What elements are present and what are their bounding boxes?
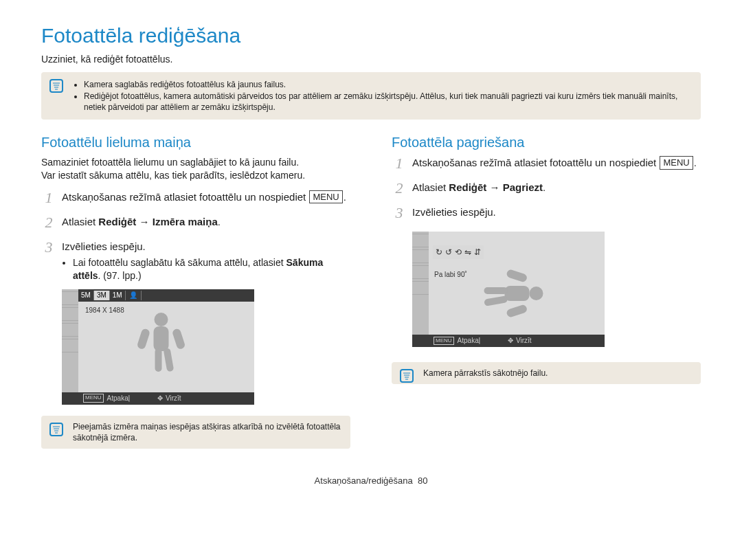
rotate-180-icon: ⟲ <box>455 247 462 258</box>
dimensions-label: 1984 X 1488 <box>85 306 124 315</box>
svg-rect-9 <box>506 304 528 318</box>
step-number: 1 <box>41 190 56 205</box>
person-chip-icon: 👤 <box>126 291 142 300</box>
step-text: Atskaņošanas režīmā atlasiet fotoattēlu … <box>62 190 350 205</box>
size-chips: 5M 3M 1M 👤 <box>78 289 254 302</box>
rotate-right-icon: ↻ <box>436 247 442 258</box>
note-icon <box>49 423 63 436</box>
person-silhouette-icon <box>131 310 192 379</box>
svg-rect-3 <box>172 328 186 350</box>
svg-point-0 <box>155 313 168 326</box>
resize-screenshot: 5M 3M 1M 👤 1984 X 1488 <box>62 289 254 405</box>
rotate-left-icon: ↺ <box>445 247 452 258</box>
svg-point-6 <box>530 287 543 300</box>
right-heading: Fotoattēla pagriešana <box>392 133 701 152</box>
svg-rect-11 <box>484 295 508 306</box>
svg-rect-2 <box>137 328 151 350</box>
back-button: MENU Atpakaļ <box>433 336 480 346</box>
step-number: 3 <box>41 240 56 282</box>
person-silhouette-icon <box>477 262 546 324</box>
rotation-icons: ↻ ↺ ⟲ ⇋ ⇵ <box>433 245 484 259</box>
page-footer: Atskaņošana/rediģēšana 80 <box>41 475 701 487</box>
step-bullet: Lai fotoattēlu saglabātu kā sākuma attēl… <box>73 256 350 282</box>
right-note-box: Kamera pārrakstīs sākotnējo failu. <box>392 362 701 384</box>
note-text: Kamera saglabās rediģētos fotoattēlus kā… <box>84 79 691 90</box>
note-text: Pieejamās izmēra maiņas iespējas atšķira… <box>73 422 341 443</box>
move-button: ✥ Virzīt <box>508 336 532 346</box>
step-number: 1 <box>392 156 407 171</box>
step-text: Atlasiet Rediģēt → Pagriezt. <box>412 181 701 196</box>
step-text: Atskaņošanas režīmā atlasiet fotoattēlu … <box>412 156 701 171</box>
step-number: 2 <box>392 181 407 196</box>
step-text: Izvēlieties iespēju. Lai fotoattēlu sagl… <box>62 240 350 282</box>
svg-rect-8 <box>506 269 528 283</box>
step-text: Atlasiet Rediģēt → Izmēra maiņa. <box>62 215 350 230</box>
step-text: Izvēlieties iespēju. <box>412 205 701 221</box>
step-number: 3 <box>392 205 407 221</box>
left-heading: Fotoattēlu lieluma maiņa <box>41 133 350 152</box>
menu-button-label: MENU <box>309 190 342 204</box>
flip-h-icon: ⇋ <box>464 247 471 258</box>
move-button: ✥ Virzīt <box>157 394 181 403</box>
page-subtitle: Uzziniet, kā rediģēt fotoattēlus. <box>41 53 701 66</box>
rotate-screenshot: ↻ ↺ ⟲ ⇋ ⇵ Pa labi 90˚ <box>412 232 605 347</box>
svg-rect-10 <box>484 287 508 294</box>
rotation-label: Pa labi 90˚ <box>433 270 469 280</box>
left-intro: Samaziniet fotoattēla lielumu un saglabā… <box>41 156 350 182</box>
note-text: Rediģējot fotoattēlus, kamera automātisk… <box>84 91 691 113</box>
page-title: Fotoattēla rediģēšana <box>41 22 701 50</box>
note-icon <box>49 79 63 93</box>
left-note-box: Pieejamās izmēra maiņas iespējas atšķira… <box>41 416 350 449</box>
top-note-box: Kamera saglabās rediģētos fotoattēlus kā… <box>41 72 701 120</box>
svg-rect-4 <box>155 348 162 372</box>
svg-rect-5 <box>164 348 175 372</box>
step-number: 2 <box>41 215 56 230</box>
flip-v-icon: ⇵ <box>474 247 481 258</box>
back-button: MENU Atpakaļ <box>82 394 130 403</box>
menu-button-label: MENU <box>660 156 693 170</box>
note-text: Kamera pārrakstīs sākotnējo failu. <box>423 368 548 378</box>
note-icon <box>400 369 414 383</box>
svg-rect-1 <box>154 326 169 351</box>
svg-rect-7 <box>505 286 530 301</box>
